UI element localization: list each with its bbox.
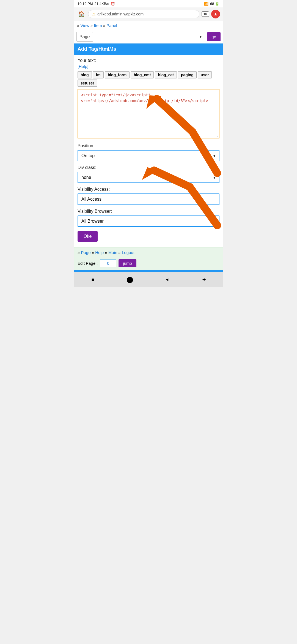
breadcrumb-item[interactable]: Item xyxy=(94,23,102,28)
status-right: 📶 68 🔋 xyxy=(204,2,219,6)
tag-setuser[interactable]: setuser xyxy=(78,80,97,87)
speed: 21.4KB/s xyxy=(95,2,109,6)
section-title: Add Tag/Html/Js xyxy=(78,46,116,52)
div-class-select-wrapper: none header footer content ▼ xyxy=(78,172,219,183)
stop-icon: ■ xyxy=(92,277,94,282)
tab-count[interactable]: 16 xyxy=(202,11,209,17)
back-button[interactable]: ◄ xyxy=(162,275,172,285)
footer-main-link[interactable]: Main xyxy=(108,250,117,255)
edit-page-row: Edit Page : jump xyxy=(74,258,223,270)
footer-page-link[interactable]: Page xyxy=(81,250,91,255)
home-nav-icon: ⬤ xyxy=(127,276,133,283)
footer-help-link[interactable]: Help xyxy=(95,250,104,255)
jump-button[interactable]: jump xyxy=(119,259,136,267)
code-textarea[interactable]: <script type="text/javascript" src="http… xyxy=(78,89,219,138)
tag-blog-cat[interactable]: blog_cat xyxy=(155,71,177,78)
form-body: Your text: [Help] blog fm blog_form blog… xyxy=(74,55,223,247)
browser-chrome: 🏠 ⚠ arlikebd.admin.wapkiz.com 16 ▲ xyxy=(74,7,223,21)
page-select-arrow-icon: ▼ xyxy=(199,35,202,39)
status-left: 10:19 PM 21.4KB/s ⏰ · xyxy=(78,2,118,6)
position-select-wrapper: On top On bottom Before content After co… xyxy=(78,150,219,161)
edit-page-input[interactable] xyxy=(100,260,116,267)
tag-fm[interactable]: fm xyxy=(93,71,104,78)
div-class-select[interactable]: none header footer content xyxy=(78,172,219,183)
edit-page-label: Edit Page : xyxy=(78,261,98,266)
back-icon: ◄ xyxy=(165,277,169,282)
upload-button[interactable]: ▲ xyxy=(211,10,220,18)
visibility-access-input[interactable] xyxy=(78,193,219,205)
go-button[interactable]: go xyxy=(207,32,221,41)
alarm-icon: ⏰ xyxy=(111,2,115,6)
footer-sep: » xyxy=(78,250,81,255)
footer-logout-link[interactable]: Logout xyxy=(122,250,134,255)
status-bar: 10:19 PM 21.4KB/s ⏰ · 📶 68 🔋 xyxy=(74,0,223,7)
warning-icon: ⚠ xyxy=(92,12,96,16)
breadcrumb-panel[interactable]: Panel xyxy=(106,23,117,28)
tag-buttons: blog fm blog_form blog_cmt blog_cat pagi… xyxy=(78,71,219,87)
oke-button[interactable]: Oke xyxy=(78,231,98,242)
position-select[interactable]: On top On bottom Before content After co… xyxy=(78,150,219,161)
battery: 68 🔋 xyxy=(210,2,219,6)
page-select-wrapper: Page ▼ xyxy=(76,32,205,42)
nav-bar: ■ ⬤ ◄ ✦ xyxy=(74,272,223,287)
signal-icon: 📶 xyxy=(204,2,208,6)
url-bar[interactable]: ⚠ arlikebd.admin.wapkiz.com xyxy=(88,10,199,18)
tag-paging[interactable]: paging xyxy=(178,71,197,78)
dot: · xyxy=(117,2,118,6)
visibility-browser-select-wrapper: All Browser Mobile Desktop ▼ xyxy=(78,215,219,227)
page-select[interactable]: Page xyxy=(76,32,93,42)
footer-nav: » Page » Help » Main » Logout xyxy=(74,247,223,258)
position-label: Position: xyxy=(78,143,219,148)
help-link[interactable]: [Help] xyxy=(78,64,88,69)
stop-button[interactable]: ■ xyxy=(88,275,98,285)
home-nav-button[interactable]: ⬤ xyxy=(125,275,135,285)
url-text: arlikebd.admin.wapkiz.com xyxy=(97,12,144,16)
visibility-browser-label: Visibility Browser: xyxy=(78,209,219,214)
div-class-label: Div class: xyxy=(78,165,219,170)
tag-blog-form[interactable]: blog_form xyxy=(105,71,130,78)
tag-blog[interactable]: blog xyxy=(78,71,92,78)
menu-button[interactable]: ✦ xyxy=(199,275,209,285)
tag-user[interactable]: user xyxy=(198,71,212,78)
breadcrumb: » View » Item » Panel xyxy=(74,21,223,30)
breadcrumb-separator: » xyxy=(77,23,81,28)
tag-blog-cmt[interactable]: blog_cmt xyxy=(131,71,154,78)
home-button[interactable]: 🏠 xyxy=(77,10,86,18)
visibility-browser-select[interactable]: All Browser Mobile Desktop xyxy=(78,215,219,227)
breadcrumb-view[interactable]: View xyxy=(81,23,89,28)
menu-icon: ✦ xyxy=(202,276,207,283)
your-text-label: Your text: xyxy=(78,58,219,63)
page-selector-row: Page ▼ go xyxy=(74,30,223,43)
section-header: Add Tag/Html/Js xyxy=(74,43,223,55)
visibility-access-label: Visibility Access: xyxy=(78,187,219,192)
time: 10:19 PM xyxy=(78,2,93,6)
